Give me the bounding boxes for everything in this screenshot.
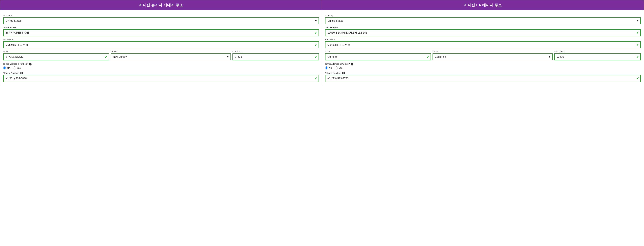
right-panel: 지니집 LA 배대지 주소 *Country: United States Ca… xyxy=(322,0,644,85)
right-country-select[interactable]: United States Canada South Korea xyxy=(325,17,641,24)
left-zip-col: *ZIP Code: ✔ xyxy=(232,50,319,60)
right-country-label: *Country: xyxy=(325,14,641,17)
right-po-box-no-label: No xyxy=(329,67,332,69)
left-title: 지니집 뉴저지 배대지 주소 xyxy=(139,3,183,7)
right-po-box-yes-option[interactable]: Yes xyxy=(335,67,342,69)
left-po-box-yes-label: Yes xyxy=(17,67,21,69)
right-body: *Country: United States Canada South Kor… xyxy=(322,10,644,85)
right-phone-input[interactable] xyxy=(325,75,641,82)
main-container: 지니집 뉴저지 배대지 주소 *Country: United States C… xyxy=(0,0,644,85)
right-phone-label: *Phone Number: i xyxy=(325,72,641,75)
right-full-address-input[interactable] xyxy=(325,29,641,36)
left-full-address-wrapper: ✔ xyxy=(3,29,319,36)
right-state-wrapper: California New Jersey New York Texas ▼ xyxy=(432,53,553,60)
left-zip-input[interactable] xyxy=(232,53,319,60)
right-state-select[interactable]: California New Jersey New York Texas xyxy=(432,53,553,60)
left-po-box-no-label: No xyxy=(7,67,10,69)
left-phone-section: *Phone Number: i ✔ xyxy=(3,72,319,82)
right-po-box-yes-radio[interactable] xyxy=(335,67,338,69)
left-phone-info-icon: i xyxy=(20,72,23,74)
left-city-input[interactable] xyxy=(3,53,109,60)
left-header: 지니집 뉴저지 배대지 주소 xyxy=(0,0,322,10)
left-po-box-yes-option[interactable]: Yes xyxy=(13,67,21,69)
right-phone-info-icon: i xyxy=(342,72,345,74)
right-address2-wrapper: ✔ xyxy=(325,41,641,48)
left-zip-label: *ZIP Code: xyxy=(232,50,319,53)
right-po-box-no-option[interactable]: No xyxy=(325,67,332,69)
left-po-box-yes-radio[interactable] xyxy=(13,67,16,69)
left-full-address-label: *Full Address: xyxy=(3,26,319,29)
right-full-address-wrapper: ✔ xyxy=(325,29,641,36)
left-country-label: *Country: xyxy=(3,14,319,17)
left-zip-wrapper: ✔ xyxy=(232,53,319,60)
right-title: 지니집 LA 배대지 주소 xyxy=(464,3,502,7)
left-po-box-no-option[interactable]: No xyxy=(3,67,10,69)
right-address2-input[interactable] xyxy=(325,41,641,48)
left-phone-label: *Phone Number: i xyxy=(3,72,319,75)
right-city-wrapper: ✔ xyxy=(325,53,431,60)
right-city-col: *City: ✔ xyxy=(325,50,431,60)
left-city-col: *City: ✔ xyxy=(3,50,109,60)
left-city-label: *City: xyxy=(3,50,109,53)
right-phone-wrapper: ✔ xyxy=(325,75,641,82)
right-address2-label: Address 2: xyxy=(325,38,641,41)
left-city-wrapper: ✔ xyxy=(3,53,109,60)
left-panel: 지니집 뉴저지 배대지 주소 *Country: United States C… xyxy=(0,0,322,85)
left-state-col: *State: New Jersey California New York T… xyxy=(111,50,231,60)
left-state-label: *State: xyxy=(111,50,231,53)
left-phone-wrapper: ✔ xyxy=(3,75,319,82)
right-phone-section: *Phone Number: i ✔ xyxy=(325,72,641,82)
left-address2-wrapper: ✔ xyxy=(3,41,319,48)
left-full-address-input[interactable] xyxy=(3,29,319,36)
right-city-state-zip-row: *City: ✔ *State: California New Jersey xyxy=(325,50,641,60)
left-po-box-info-icon: i xyxy=(29,63,32,66)
right-city-input[interactable] xyxy=(325,53,431,60)
left-city-state-zip-row: *City: ✔ *State: New Jersey California xyxy=(3,50,319,60)
right-full-address-label: *Full Address: xyxy=(325,26,641,29)
right-header: 지니집 LA 배대지 주소 xyxy=(322,0,644,10)
left-country-select[interactable]: United States Canada South Korea xyxy=(3,17,319,24)
right-po-box-label: Is this address a PO box? i xyxy=(325,63,641,66)
left-po-box-label: Is this address a PO box? i xyxy=(3,63,319,66)
right-state-label: *State: xyxy=(432,50,553,53)
right-zip-col: *ZIP Code: ✔ xyxy=(554,50,641,60)
right-po-box-radio-group: No Yes xyxy=(325,67,641,69)
right-zip-input[interactable] xyxy=(554,53,641,60)
right-zip-label: *ZIP Code: xyxy=(554,50,641,53)
right-po-box-yes-label: Yes xyxy=(339,67,342,69)
right-state-col: *State: California New Jersey New York T… xyxy=(432,50,553,60)
right-po-box-no-radio[interactable] xyxy=(325,67,328,69)
left-address2-label: Address 2: xyxy=(3,38,319,41)
left-body: *Country: United States Canada South Kor… xyxy=(0,10,322,85)
left-po-box-section: Is this address a PO box? i No Yes xyxy=(3,63,319,69)
left-po-box-radio-group: No Yes xyxy=(3,67,319,69)
left-state-wrapper: New Jersey California New York Texas ▼ xyxy=(111,53,231,60)
right-zip-wrapper: ✔ xyxy=(554,53,641,60)
right-po-box-info-icon: i xyxy=(351,63,354,66)
right-city-label: *City: xyxy=(325,50,431,53)
left-address2-input[interactable] xyxy=(3,41,319,48)
right-po-box-section: Is this address a PO box? i No Yes xyxy=(325,63,641,69)
left-country-wrapper: United States Canada South Korea ▼ xyxy=(3,17,319,24)
left-po-box-no-radio[interactable] xyxy=(3,67,6,69)
left-state-select[interactable]: New Jersey California New York Texas xyxy=(111,53,231,60)
right-country-wrapper: United States Canada South Korea ▼ xyxy=(325,17,641,24)
left-phone-input[interactable] xyxy=(3,75,319,82)
